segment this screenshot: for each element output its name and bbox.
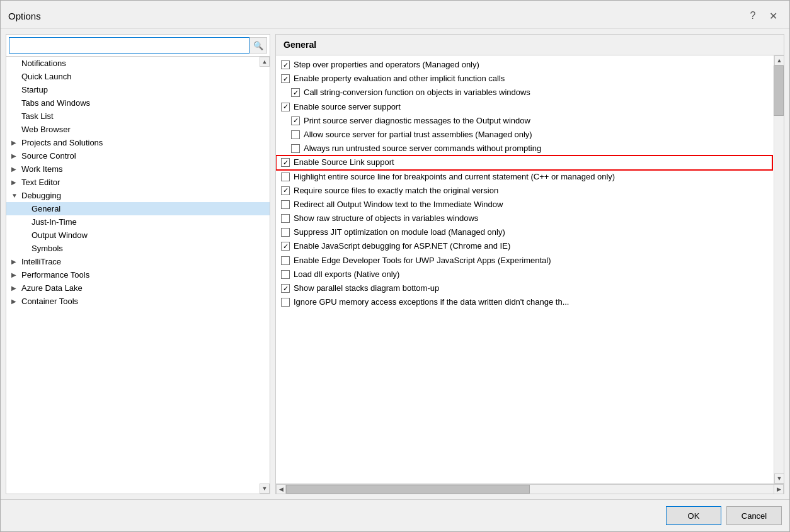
option-item-6[interactable]: Always run untrusted source server comma…	[276, 142, 772, 156]
checkbox-3[interactable]	[281, 103, 290, 111]
tree-label-startup: Startup	[21, 85, 48, 94]
expand-icon-work-items: ▶	[11, 166, 19, 173]
option-item-12[interactable]: Suppress JIT optimization on module load…	[276, 225, 772, 239]
tree-item-performance-tools[interactable]: ▶Performance Tools	[6, 268, 270, 281]
search-input[interactable]	[9, 37, 249, 54]
tree-item-web-browser[interactable]: Web Browser	[6, 123, 270, 136]
checkbox-5[interactable]	[291, 130, 300, 139]
checkbox-7[interactable]	[281, 158, 290, 167]
tree-item-text-editor[interactable]: ▶Text Editor	[6, 176, 270, 189]
option-item-1[interactable]: Enable property evaluation and other imp…	[276, 72, 772, 86]
option-item-0[interactable]: Step over properties and operators (Mana…	[276, 58, 772, 72]
help-button[interactable]: ?	[744, 7, 762, 25]
tree-item-container-tools[interactable]: ▶Container Tools	[6, 295, 270, 308]
checkbox-12[interactable]	[281, 228, 290, 237]
tree-item-intellitrace[interactable]: ▶IntelliTrace	[6, 255, 270, 268]
option-item-17[interactable]: Ignore GPU memory access exceptions if t…	[276, 295, 772, 309]
option-item-13[interactable]: Enable JavaScript debugging for ASP.NET …	[276, 239, 772, 253]
option-item-11[interactable]: Show raw structure of objects in variabl…	[276, 212, 772, 225]
option-item-16[interactable]: Show parallel stacks diagram bottom-up	[276, 281, 772, 295]
tree-item-debugging[interactable]: ▼Debugging	[6, 189, 270, 202]
option-item-14[interactable]: Enable Edge Developer Tools for UWP Java…	[276, 254, 772, 268]
tree-item-task-list[interactable]: Task List	[6, 110, 270, 123]
option-label-5: Allow source server for partial trust as…	[304, 129, 767, 140]
tree-label-azure-data-lake: Azure Data Lake	[21, 283, 83, 293]
checkbox-2[interactable]	[291, 88, 300, 97]
tree-label-just-in-time: Just-In-Time	[31, 217, 77, 227]
checkbox-13[interactable]	[281, 242, 290, 251]
expand-icon-text-editor: ▶	[11, 179, 19, 186]
horizontal-scrollbar: ◀ ▶	[276, 484, 784, 494]
option-label-15: Load dll exports (Native only)	[294, 269, 767, 280]
checkbox-0[interactable]	[281, 60, 290, 69]
scroll-down-arrow[interactable]: ▼	[774, 473, 784, 484]
close-button[interactable]: ✕	[764, 7, 782, 25]
checkbox-6[interactable]	[291, 144, 300, 153]
scroll-up-arrow[interactable]: ▲	[774, 55, 784, 65]
tree-item-just-in-time[interactable]: Just-In-Time	[6, 215, 270, 229]
tree-label-container-tools: Container Tools	[21, 297, 78, 306]
hscroll-thumb[interactable]	[286, 485, 530, 494]
tree-item-source-control[interactable]: ▶Source Control	[6, 149, 270, 162]
tree-label-work-items: Work Items	[21, 164, 63, 174]
hscroll-right[interactable]: ▶	[774, 484, 784, 494]
checkbox-14[interactable]	[281, 256, 290, 265]
checkbox-8[interactable]	[281, 173, 290, 181]
checkbox-1[interactable]	[281, 74, 290, 83]
expand-icon-performance-tools: ▶	[11, 271, 19, 278]
option-label-11: Show raw structure of objects in variabl…	[294, 213, 767, 224]
option-item-5[interactable]: Allow source server for partial trust as…	[276, 128, 772, 142]
tree-item-output-window[interactable]: Output Window	[6, 229, 270, 242]
tree-label-debugging: Debugging	[21, 191, 61, 200]
hscroll-track	[286, 484, 774, 494]
tree-item-general[interactable]: General	[6, 202, 270, 215]
option-item-10[interactable]: Redirect all Output Window text to the I…	[276, 198, 772, 212]
main-content: 🔍 ▲ NotificationsQuick LaunchStartupTabs…	[1, 29, 789, 499]
tree-label-web-browser: Web Browser	[21, 125, 71, 134]
option-item-15[interactable]: Load dll exports (Native only)	[276, 268, 772, 281]
tree-label-performance-tools: Performance Tools	[21, 270, 89, 280]
tree-item-symbols[interactable]: Symbols	[6, 242, 270, 255]
bottom-bar: OK Cancel	[1, 499, 789, 531]
option-label-17: Ignore GPU memory access exceptions if t…	[294, 297, 767, 308]
checkbox-17[interactable]	[281, 298, 290, 307]
tree-label-output-window: Output Window	[31, 230, 88, 240]
expand-icon-container-tools: ▶	[11, 298, 19, 305]
tree-item-quick-launch[interactable]: Quick Launch	[6, 70, 270, 83]
option-item-9[interactable]: Require source files to exactly match th…	[276, 184, 772, 198]
checkbox-15[interactable]	[281, 270, 290, 279]
tree-item-work-items[interactable]: ▶Work Items	[6, 162, 270, 176]
tree-scroll-up[interactable]: ▲	[260, 57, 270, 67]
options-dialog: Options ? ✕ 🔍 ▲ NotificationsQuick Launc…	[0, 0, 790, 532]
tree-scroll-down[interactable]: ▼	[260, 484, 270, 494]
option-item-3[interactable]: Enable source server support	[276, 100, 772, 114]
right-header: General	[276, 35, 784, 55]
checkbox-11[interactable]	[281, 214, 290, 223]
checkbox-9[interactable]	[281, 186, 290, 195]
option-label-16: Show parallel stacks diagram bottom-up	[294, 283, 767, 294]
search-button[interactable]: 🔍	[249, 37, 267, 54]
hscroll-left[interactable]: ◀	[276, 484, 286, 494]
ok-button[interactable]: OK	[666, 506, 721, 525]
title-bar: Options ? ✕	[1, 1, 789, 29]
right-panel: General Step over properties and operato…	[275, 34, 784, 494]
tree-item-tabs-windows[interactable]: Tabs and Windows	[6, 96, 270, 110]
checkbox-4[interactable]	[291, 116, 300, 125]
tree-item-notifications[interactable]: Notifications	[6, 57, 270, 70]
scrollbar-thumb[interactable]	[774, 65, 784, 116]
option-label-3: Enable source server support	[294, 101, 767, 113]
tree-item-startup[interactable]: Startup	[6, 83, 270, 96]
tree-item-projects-solutions[interactable]: ▶Projects and Solutions	[6, 136, 270, 149]
checkbox-16[interactable]	[281, 284, 290, 293]
option-item-4[interactable]: Print source server diagnostic messages …	[276, 114, 772, 128]
tree-label-intellitrace: IntelliTrace	[21, 257, 61, 266]
checkbox-10[interactable]	[281, 200, 290, 209]
tree-label-quick-launch: Quick Launch	[21, 72, 72, 81]
tree-item-azure-data-lake[interactable]: ▶Azure Data Lake	[6, 281, 270, 295]
option-item-2[interactable]: Call string-conversion function on objec…	[276, 86, 772, 99]
option-item-7[interactable]: Enable Source Link support	[276, 156, 772, 169]
cancel-button[interactable]: Cancel	[726, 506, 782, 525]
tree-list: NotificationsQuick LaunchStartupTabs and…	[6, 57, 270, 308]
option-item-8[interactable]: Highlight entire source line for breakpo…	[276, 170, 772, 184]
option-label-2: Call string-conversion function on objec…	[304, 87, 767, 98]
